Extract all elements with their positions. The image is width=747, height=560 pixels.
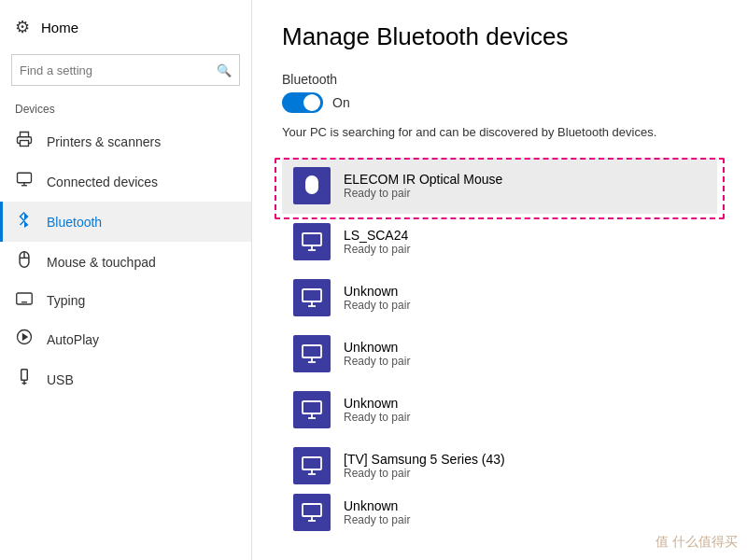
device-status-unknown1: Ready to pair	[344, 299, 410, 312]
device-info-unknown2: Unknown Ready to pair	[344, 340, 410, 368]
bluetooth-icon	[15, 211, 34, 232]
connected-icon	[15, 171, 34, 192]
sidebar-item-connected-label: Connected devices	[47, 175, 158, 189]
svg-rect-37	[303, 457, 321, 469]
device-item-unknown3[interactable]: Unknown Ready to pair	[282, 382, 717, 438]
svg-rect-25	[303, 233, 321, 245]
main-content: Manage Bluetooth devices Bluetooth On Yo…	[252, 0, 747, 560]
sidebar-item-printers[interactable]: Printers & scanners	[0, 121, 251, 161]
svg-rect-40	[303, 504, 321, 516]
device-icon-ls-sca24	[293, 223, 331, 260]
bluetooth-toggle-section: Bluetooth On	[282, 72, 717, 113]
printer-icon	[15, 131, 34, 152]
sidebar-item-usb[interactable]: USB	[0, 359, 251, 399]
sidebar-item-mouse[interactable]: Mouse & touchpad	[0, 242, 251, 282]
device-status-ls-sca24: Ready to pair	[344, 243, 410, 256]
svg-rect-18	[21, 370, 28, 380]
sidebar-item-bluetooth-label: Bluetooth	[47, 215, 102, 230]
autoplay-icon	[15, 329, 34, 350]
device-item-unknown4[interactable]: Unknown Ready to pair	[282, 494, 717, 531]
sidebar-item-typing[interactable]: Typing	[0, 282, 251, 319]
mouse-icon	[15, 251, 34, 273]
sidebar-item-mouse-label: Mouse & touchpad	[47, 255, 156, 270]
device-status-unknown3: Ready to pair	[344, 411, 410, 424]
device-item-elecom[interactable]: ELECOM IR Optical Mouse Ready to pair	[282, 158, 717, 214]
bluetooth-label: Bluetooth	[282, 72, 717, 87]
device-info-ls-sca24: LS_SCA24 Ready to pair	[344, 228, 410, 256]
device-info-unknown1: Unknown Ready to pair	[344, 284, 410, 312]
sidebar-item-connected[interactable]: Connected devices	[0, 161, 251, 202]
devices-section-label: Devices	[0, 99, 251, 121]
device-icon-elecom	[293, 167, 331, 204]
device-item-ls-sca24[interactable]: LS_SCA24 Ready to pair	[282, 214, 717, 270]
sidebar-item-bluetooth[interactable]: Bluetooth	[0, 202, 251, 242]
device-item-samsung[interactable]: [TV] Samsung 5 Series (43) Ready to pair	[282, 438, 717, 494]
svg-rect-1	[18, 173, 32, 183]
device-icon-unknown1	[293, 279, 331, 316]
device-icon-unknown4	[293, 494, 331, 531]
svg-rect-34	[303, 401, 321, 413]
device-name-unknown3: Unknown	[344, 396, 410, 411]
device-status-unknown4: Ready to pair	[344, 513, 410, 526]
device-item-unknown2[interactable]: Unknown Ready to pair	[282, 326, 717, 382]
device-name-samsung: [TV] Samsung 5 Series (43)	[344, 452, 505, 467]
device-status-elecom: Ready to pair	[344, 187, 502, 200]
sidebar: ⚙ Home 🔍 Devices Printers & scanners Con…	[0, 0, 252, 560]
device-info-samsung: [TV] Samsung 5 Series (43) Ready to pair	[344, 452, 505, 480]
sidebar-item-autoplay-label: AutoPlay	[47, 332, 99, 347]
device-list: ELECOM IR Optical Mouse Ready to pair LS…	[282, 158, 717, 531]
device-info-elecom: ELECOM IR Optical Mouse Ready to pair	[344, 172, 502, 200]
toggle-on-label: On	[332, 95, 350, 110]
device-name-unknown4: Unknown	[344, 498, 410, 513]
device-icon-unknown2	[293, 335, 331, 372]
sidebar-item-printers-label: Printers & scanners	[47, 134, 161, 149]
search-input[interactable]	[20, 63, 217, 77]
sidebar-item-usb-label: USB	[47, 372, 74, 387]
device-name-unknown1: Unknown	[344, 284, 410, 299]
watermark: 值 什么值得买	[655, 534, 738, 551]
device-name-elecom: ELECOM IR Optical Mouse	[344, 172, 502, 187]
device-name-ls-sca24: LS_SCA24	[344, 228, 410, 243]
device-icon-unknown3	[293, 391, 331, 428]
device-info-unknown3: Unknown Ready to pair	[344, 396, 410, 424]
gear-icon: ⚙	[15, 17, 30, 37]
sidebar-item-typing-label: Typing	[47, 293, 85, 308]
search-icon: 🔍	[217, 63, 232, 77]
usb-icon	[15, 369, 34, 390]
home-label: Home	[41, 20, 78, 35]
keyboard-icon	[15, 291, 34, 310]
device-status-unknown2: Ready to pair	[344, 355, 410, 368]
toggle-row: On	[282, 92, 717, 113]
svg-rect-28	[303, 289, 321, 301]
svg-rect-0	[21, 141, 29, 147]
svg-rect-31	[303, 345, 321, 357]
search-status-text: Your PC is searching for and can be disc…	[282, 124, 674, 141]
svg-marker-17	[23, 334, 28, 340]
device-name-unknown2: Unknown	[344, 340, 410, 355]
device-item-unknown1[interactable]: Unknown Ready to pair	[282, 270, 717, 326]
page-title: Manage Bluetooth devices	[282, 22, 717, 51]
bluetooth-toggle[interactable]	[282, 92, 323, 113]
device-icon-samsung	[293, 447, 331, 484]
device-status-samsung: Ready to pair	[344, 467, 505, 480]
home-nav-item[interactable]: ⚙ Home	[0, 0, 251, 50]
highlighted-device-wrapper: ELECOM IR Optical Mouse Ready to pair	[282, 158, 717, 214]
search-box[interactable]: 🔍	[11, 54, 240, 86]
device-info-unknown4: Unknown Ready to pair	[344, 498, 410, 526]
sidebar-item-autoplay[interactable]: AutoPlay	[0, 319, 251, 359]
